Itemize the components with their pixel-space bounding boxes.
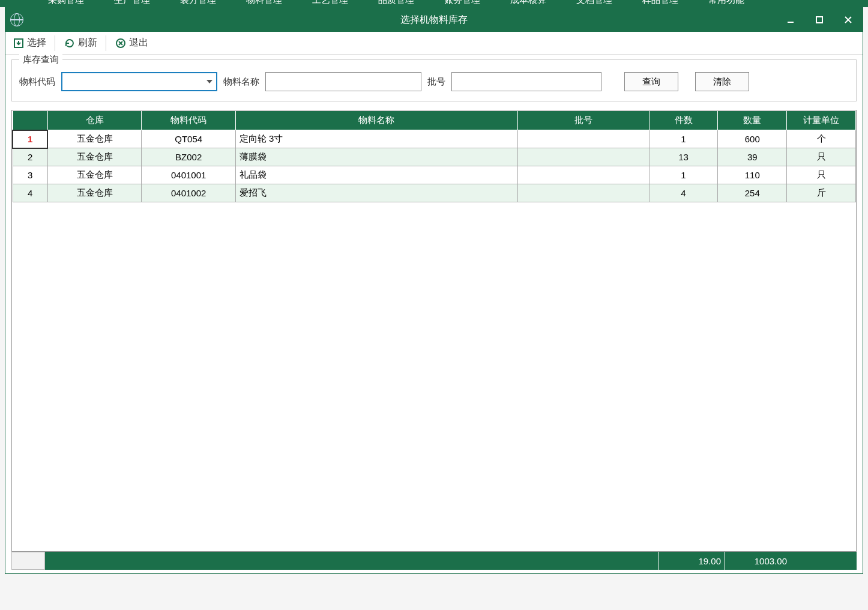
cell-batch [517, 184, 649, 202]
grid-header-row: 仓库 物料代码 物料名称 批号 件数 数量 计量单位 [13, 111, 856, 130]
app-icon [10, 13, 23, 26]
table-row[interactable]: 4五金仓库0401002爱招飞4254斤 [13, 184, 856, 202]
material-code-input[interactable] [62, 73, 216, 90]
query-button[interactable]: 查询 [624, 72, 678, 91]
cell-warehouse: 五金仓库 [47, 148, 142, 166]
cell-code: 0401001 [142, 166, 236, 184]
close-button[interactable] [834, 8, 863, 32]
cell-count: 4 [649, 184, 718, 202]
cell-code: 0401002 [142, 184, 236, 202]
cell-qty: 254 [718, 184, 787, 202]
separator [106, 35, 106, 51]
select-button[interactable]: 选择 [9, 34, 50, 52]
table-row[interactable]: 2五金仓库BZ002薄膜袋1339只 [13, 148, 856, 166]
filter-group: 库存查询 物料代码 物料名称 批号 查询 清除 [11, 59, 857, 101]
grid-empty-area [12, 202, 856, 551]
cell-qty: 600 [718, 130, 787, 148]
cell-unit: 个 [787, 130, 856, 148]
cell-name: 爱招飞 [235, 184, 517, 202]
cell-name: 定向轮 3寸 [235, 130, 517, 148]
row-number: 2 [13, 148, 47, 166]
batch-label: 批号 [427, 76, 445, 88]
material-name-label: 物料名称 [223, 76, 259, 88]
table-row[interactable]: 1五金仓库QT054定向轮 3寸1600个 [13, 130, 856, 148]
cell-unit: 只 [787, 166, 856, 184]
material-name-input[interactable] [265, 72, 421, 91]
separator [55, 35, 55, 51]
clear-button[interactable]: 清除 [695, 72, 749, 91]
cell-qty: 110 [718, 166, 787, 184]
refresh-label: 刷新 [78, 37, 97, 49]
cell-code: BZ002 [142, 148, 236, 166]
footer-rownum [11, 552, 45, 570]
title-bar[interactable]: 选择机物料库存 [5, 8, 863, 32]
footer-count-total: 19.00 [659, 552, 725, 570]
cell-unit: 只 [787, 148, 856, 166]
toolbar: 选择 刷新 退出 [5, 32, 863, 55]
footer-qty-total: 1003.00 [725, 552, 791, 570]
minimize-button[interactable] [776, 8, 805, 32]
background-main-menu: 采购管理生产管理 装方管理物料管理 工艺管理品质管理 账务管理成本核算 文档管理… [0, 0, 868, 7]
inventory-grid[interactable]: 仓库 物料代码 物料名称 批号 件数 数量 计量单位 1五金仓库QT054定向轮… [11, 110, 857, 552]
exit-button[interactable]: 退出 [111, 34, 152, 52]
cell-batch [517, 166, 649, 184]
cell-qty: 39 [718, 148, 787, 166]
material-code-label: 物料代码 [19, 76, 55, 88]
col-unit[interactable]: 计量单位 [787, 111, 856, 130]
cell-code: QT054 [142, 130, 236, 148]
refresh-button[interactable]: 刷新 [60, 34, 101, 52]
cell-count: 1 [649, 130, 718, 148]
grid-footer: 19.00 1003.00 [11, 552, 857, 570]
col-code[interactable]: 物料代码 [142, 111, 236, 130]
cell-count: 1 [649, 166, 718, 184]
col-warehouse[interactable]: 仓库 [47, 111, 142, 130]
cell-warehouse: 五金仓库 [47, 184, 142, 202]
select-label: 选择 [27, 37, 46, 49]
col-batch[interactable]: 批号 [517, 111, 649, 130]
cell-name: 礼品袋 [235, 166, 517, 184]
row-number: 3 [13, 166, 47, 184]
corner-header [13, 111, 47, 130]
close-circle-icon [115, 37, 127, 49]
svg-rect-1 [816, 17, 822, 23]
batch-input[interactable] [451, 72, 601, 91]
window-title: 选择机物料库存 [400, 14, 468, 26]
cell-warehouse: 五金仓库 [47, 166, 142, 184]
inventory-selector-dialog: 选择机物料库存 选择 刷新 [5, 7, 863, 574]
maximize-button[interactable] [805, 8, 834, 32]
cell-unit: 斤 [787, 184, 856, 202]
col-count[interactable]: 件数 [649, 111, 718, 130]
cell-batch [517, 130, 649, 148]
col-name[interactable]: 物料名称 [235, 111, 517, 130]
row-number: 1 [13, 130, 47, 148]
exit-label: 退出 [129, 37, 148, 49]
row-number: 4 [13, 184, 47, 202]
refresh-icon [64, 37, 76, 49]
cell-name: 薄膜袋 [235, 148, 517, 166]
col-qty[interactable]: 数量 [718, 111, 787, 130]
table-row[interactable]: 3五金仓库0401001礼品袋1110只 [13, 166, 856, 184]
chevron-down-icon [206, 80, 212, 83]
material-code-combo[interactable] [61, 72, 217, 91]
cell-batch [517, 148, 649, 166]
download-icon [13, 37, 25, 49]
cell-warehouse: 五金仓库 [47, 130, 142, 148]
cell-count: 13 [649, 148, 718, 166]
filter-legend: 库存查询 [19, 54, 62, 65]
